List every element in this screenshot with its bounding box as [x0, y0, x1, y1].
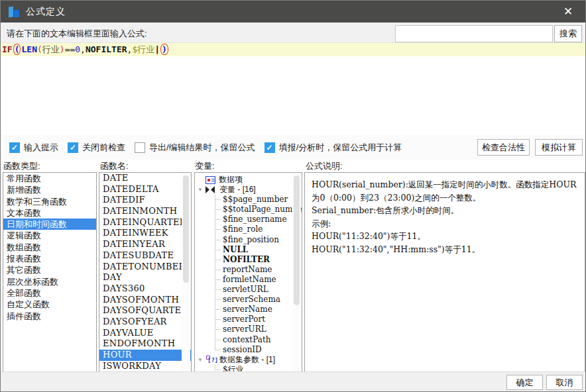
tree-node-label: 变量 - [16] — [219, 184, 256, 195]
checkbox-option: ✓填报/分析时，保留公式用于计算 — [264, 142, 402, 154]
tree-leaf-item[interactable]: serverName — [195, 305, 302, 315]
function-name-item[interactable]: DAY — [99, 272, 191, 283]
simulate-calc-button[interactable]: 模拟计算 — [535, 139, 583, 156]
variable-tree: 数据项▼变量 - [16]$$page_number$$totalPage_nu… — [195, 173, 302, 372]
checkbox[interactable]: ✓ — [264, 142, 275, 153]
tree-leaf-item[interactable]: serverSchema — [195, 295, 302, 305]
formula-token: 0 — [75, 44, 80, 54]
tree-node[interactable]: ▼变量 - [16] — [195, 185, 302, 195]
function-name-item[interactable]: DATEINQUARTER — [99, 217, 191, 228]
tree-node[interactable]: ▼数据集参数 - [1] — [195, 355, 302, 365]
ok-button[interactable]: 确定 — [506, 375, 543, 390]
checkbox-group: ✓输入提示✓关闭前检查导出/编辑结果时，保留公式✓填报/分析时，保留公式用于计算 — [9, 135, 402, 160]
function-name-item[interactable]: ISWORKDAY — [99, 361, 191, 372]
tree-leaf-item[interactable]: serverURL — [195, 324, 302, 334]
function-name-item[interactable]: DAYSOFYEAR — [99, 317, 191, 328]
function-name-item[interactable]: DATE — [99, 173, 191, 184]
function-type-item[interactable]: 自定义函数 — [3, 299, 96, 310]
formula-token: NOFILTER — [86, 44, 127, 54]
tree-leaf-item[interactable]: $$page_number — [195, 195, 302, 205]
function-name-item[interactable]: DATEINMONTH — [99, 206, 191, 217]
function-type-item[interactable]: 其它函数 — [3, 264, 96, 275]
app-logo-icon — [9, 6, 20, 17]
function-name-item[interactable]: DAYVALUE — [99, 328, 191, 339]
tree-leaf-item[interactable]: reportName — [195, 265, 302, 275]
scrollbar-thumb[interactable] — [294, 175, 300, 305]
tree-leaf-item[interactable]: $fine_position — [195, 235, 302, 245]
tree-node[interactable]: 数据项 — [195, 175, 302, 185]
tree-leaf-item[interactable]: serverPort — [195, 315, 302, 324]
function-name-label: 函数名: — [100, 160, 129, 172]
function-type-label: 函数类型: — [3, 160, 40, 172]
cancel-button[interactable]: 取消 — [546, 375, 583, 390]
tree-leaf-item[interactable]: servletURL — [195, 285, 302, 295]
checkbox[interactable]: ✓ — [9, 142, 20, 153]
search-input[interactable] — [395, 25, 553, 42]
function-name-item[interactable]: DATEDIF — [99, 195, 191, 206]
options-row: ✓输入提示✓关闭前检查导出/编辑结果时，保留公式✓填报/分析时，保留公式用于计算… — [1, 135, 585, 160]
tree-leaf-item[interactable]: $$totalPage_number — [195, 205, 302, 215]
function-type-item[interactable]: 逻辑函数 — [3, 230, 96, 241]
function-name-item[interactable]: DAYSOFQUARTER — [99, 305, 191, 317]
formula-token: ) — [160, 44, 168, 55]
function-name-item[interactable]: DAYSOFMONTH — [99, 295, 191, 306]
description-text: HOUR(serial_number):返回某一指定时间的小时数。函数指定HOU… — [305, 173, 585, 261]
function-name-item[interactable]: HOUR — [99, 350, 191, 361]
function-type-item[interactable]: 数组函数 — [3, 242, 96, 253]
formula-token: == — [65, 44, 76, 54]
function-type-item[interactable]: 新增函数 — [3, 184, 96, 195]
function-name-item[interactable]: DATEDELTA — [99, 184, 191, 195]
tree-leaf-item[interactable]: contextPath — [195, 335, 302, 345]
function-type-item[interactable]: 数学和三角函数 — [3, 196, 96, 207]
tree-leaf-item[interactable]: NULL — [195, 245, 302, 255]
formula-editor[interactable]: IF(LEN(行业)==0,NOFILTER,$行业|) — [1, 43, 585, 135]
tree-leaf-item[interactable]: sessionID — [195, 345, 302, 355]
chevron-down-icon[interactable]: ▼ — [195, 187, 205, 193]
description-line: HOUR(serial_number):返回某一指定时间的小时数。函数指定HOU… — [312, 178, 578, 204]
variable-tree-panel: 数据项▼变量 - [16]$$page_number$$totalPage_nu… — [194, 172, 302, 372]
tree-children: $$page_number$$totalPage_number$fine_use… — [195, 195, 302, 355]
tree-node-label: 数据集参数 - [1] — [219, 354, 275, 366]
tree-leaf-item[interactable]: NOFILTER — [195, 255, 302, 265]
function-type-item[interactable]: 层次坐标函数 — [3, 276, 96, 287]
description-line: HOUR("11:32:40","HH:mm:ss")等于11。 — [312, 243, 578, 256]
function-name-item[interactable]: DATESUBDATE — [99, 250, 191, 262]
function-type-item[interactable]: 文本函数 — [3, 207, 96, 219]
function-name-scrollbar[interactable] — [182, 173, 190, 371]
checkbox[interactable] — [135, 142, 145, 153]
formula-token: 行业 — [42, 44, 60, 54]
variable-scrollbar[interactable] — [292, 173, 301, 371]
function-name-item[interactable]: DAYS360 — [99, 283, 191, 295]
checkbox[interactable]: ✓ — [68, 142, 78, 153]
function-type-item[interactable]: 日期和时间函数 — [3, 219, 96, 230]
instruction-text: 请在下面的文本编辑框里面输入公式: — [7, 28, 147, 40]
function-type-item[interactable]: 插件函数 — [3, 311, 96, 322]
function-name-item[interactable]: ENDOFMONTH — [99, 338, 191, 350]
formula-token: IF — [2, 44, 13, 54]
function-name-item[interactable]: DATEINWEEK — [99, 228, 191, 239]
dataitem-icon — [205, 176, 215, 184]
chevron-down-icon[interactable]: ▼ — [195, 357, 205, 363]
variable-label: 变量: — [195, 160, 215, 172]
close-icon[interactable]: ✕ — [559, 6, 577, 17]
formula-definition-dialog: 公式定义 ✕ 请在下面的文本编辑框里面输入公式: 搜索 IF(LEN(行业)==… — [0, 0, 586, 392]
checkbox-label: 导出/编辑结果时，保留公式 — [149, 142, 255, 154]
tree-leaf-item[interactable]: formletName — [195, 275, 302, 285]
tree-leaf-item[interactable]: $fine_username — [195, 215, 302, 224]
formula-token: | — [154, 44, 160, 54]
function-name-item[interactable]: DATETONUMBER — [99, 262, 191, 273]
function-name-item[interactable]: DATEINYEAR — [99, 239, 191, 250]
dsparam-icon — [205, 356, 216, 364]
search-button[interactable]: 搜索 — [554, 25, 582, 42]
check-validity-button[interactable]: 检查合法性 — [477, 139, 530, 156]
formula-token: $行业 — [132, 44, 154, 54]
scrollbar-thumb[interactable] — [183, 175, 189, 283]
function-name-list: DATEDATEDELTADATEDIFDATEINMONTHDATEINQUA… — [99, 172, 192, 372]
function-type-item[interactable]: 全部函数 — [3, 287, 96, 299]
checkbox-option: ✓关闭前检查 — [68, 142, 125, 154]
tree-leaf-item[interactable]: $fine_role — [195, 224, 302, 234]
function-type-item[interactable]: 报表函数 — [3, 253, 96, 264]
function-type-item[interactable]: 常用函数 — [3, 173, 96, 184]
formula-line: IF(LEN(行业)==0,NOFILTER,$行业|) — [1, 43, 585, 56]
variable-icon — [205, 185, 216, 194]
